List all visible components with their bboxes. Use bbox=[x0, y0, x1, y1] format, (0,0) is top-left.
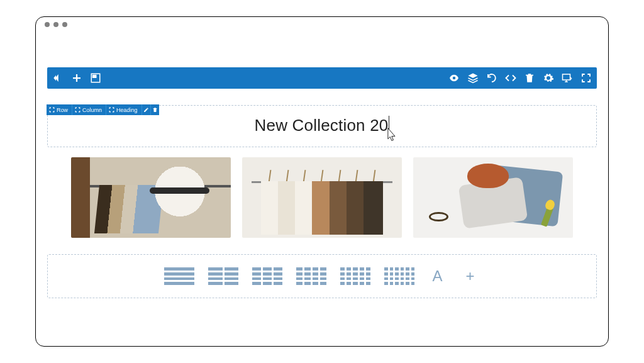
breadcrumb-chip-row[interactable]: Row bbox=[47, 104, 72, 115]
window-max-dot[interactable] bbox=[62, 22, 67, 27]
breadcrumb-label: Heading bbox=[116, 107, 138, 113]
window-min-dot[interactable] bbox=[53, 22, 58, 27]
window-titlebar bbox=[36, 17, 608, 32]
fullscreen-icon[interactable] bbox=[580, 72, 592, 84]
add-icon[interactable] bbox=[71, 72, 82, 84]
trash-icon[interactable] bbox=[524, 72, 535, 84]
breadcrumb-edit-icon[interactable] bbox=[142, 104, 150, 115]
gallery-image-1[interactable] bbox=[71, 157, 231, 238]
layout-option-text[interactable]: A bbox=[428, 267, 447, 285]
breadcrumb-label: Row bbox=[57, 107, 68, 113]
image-gallery-row bbox=[47, 157, 597, 238]
browser-window: Row Column Heading New Collectio bbox=[35, 16, 609, 347]
column-layout-chooser: A + bbox=[47, 254, 597, 298]
layout-option-6col[interactable] bbox=[384, 267, 414, 285]
heading-text-value: New Collection 20 bbox=[255, 116, 389, 135]
layout-option-3col[interactable] bbox=[252, 267, 282, 285]
gallery-image-2[interactable] bbox=[242, 157, 402, 238]
layout-option-2col[interactable] bbox=[208, 267, 238, 285]
breadcrumb-chip-heading[interactable]: Heading bbox=[106, 104, 142, 115]
devices-icon[interactable] bbox=[562, 72, 573, 84]
preview-icon[interactable] bbox=[448, 72, 460, 84]
editor-toolbar bbox=[47, 67, 597, 89]
svg-rect-1 bbox=[93, 75, 96, 78]
layers-icon[interactable] bbox=[467, 72, 479, 84]
breadcrumb-label: Column bbox=[82, 107, 102, 113]
editor-canvas: Row Column Heading New Collectio bbox=[36, 67, 608, 310]
layout-option-1col[interactable] bbox=[164, 267, 194, 285]
element-breadcrumb: Row Column Heading bbox=[47, 104, 159, 115]
code-icon[interactable] bbox=[505, 72, 516, 84]
breadcrumb-chip-column[interactable]: Column bbox=[72, 104, 106, 115]
breadcrumb-delete-icon[interactable] bbox=[150, 104, 159, 115]
layout-option-more[interactable]: + bbox=[461, 267, 480, 285]
heading-block[interactable]: Row Column Heading New Collectio bbox=[47, 105, 597, 147]
pointer-cursor-icon bbox=[384, 127, 398, 147]
gallery-image-3[interactable] bbox=[413, 157, 573, 238]
logo-icon[interactable] bbox=[52, 72, 64, 84]
svg-rect-2 bbox=[563, 74, 570, 80]
layout-option-4col[interactable] bbox=[296, 267, 326, 285]
layout-option-5col[interactable] bbox=[340, 267, 370, 285]
window-close-dot[interactable] bbox=[45, 22, 50, 27]
settings-icon[interactable] bbox=[543, 72, 554, 84]
template-icon[interactable] bbox=[90, 72, 101, 84]
undo-icon[interactable] bbox=[486, 72, 497, 84]
heading-text-input[interactable]: New Collection 20 bbox=[255, 116, 390, 135]
